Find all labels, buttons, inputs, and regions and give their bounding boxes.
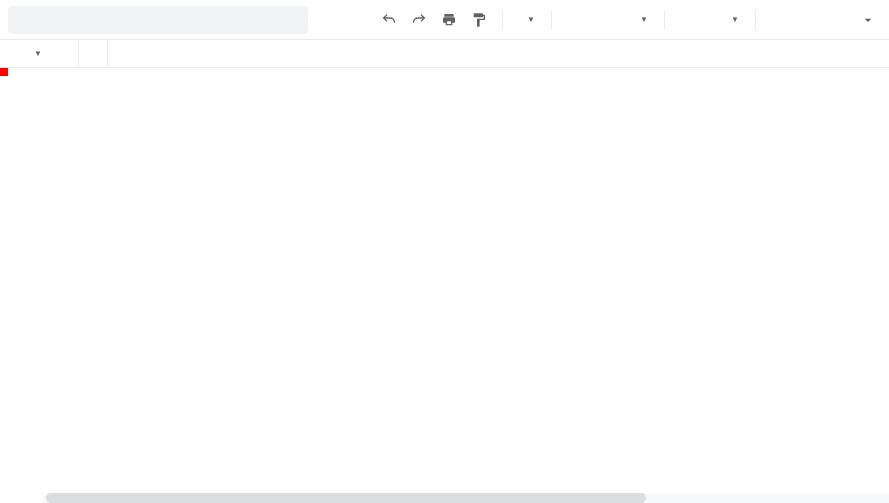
fx-label: [78, 40, 108, 67]
paint-format-button[interactable]: [466, 7, 492, 33]
menu-search-input[interactable]: [8, 6, 308, 34]
toolbar: ▼ ▼ ▼: [0, 0, 889, 40]
cell-reference-box[interactable]: ▼: [0, 40, 78, 67]
spreadsheet-grid[interactable]: [0, 68, 889, 503]
number-format-button[interactable]: ▼: [626, 15, 654, 24]
horizontal-scrollbar[interactable]: [42, 493, 889, 503]
font-select[interactable]: ▼: [675, 15, 745, 24]
print-button[interactable]: [436, 7, 462, 33]
formula-bar: ▼: [0, 40, 889, 68]
formula-input[interactable]: [108, 40, 889, 67]
expand-toolbar-button[interactable]: [855, 7, 881, 33]
zoom-select[interactable]: ▼: [513, 15, 541, 24]
highlight-box: [0, 68, 8, 76]
undo-button[interactable]: [376, 7, 402, 33]
redo-button[interactable]: [406, 7, 432, 33]
